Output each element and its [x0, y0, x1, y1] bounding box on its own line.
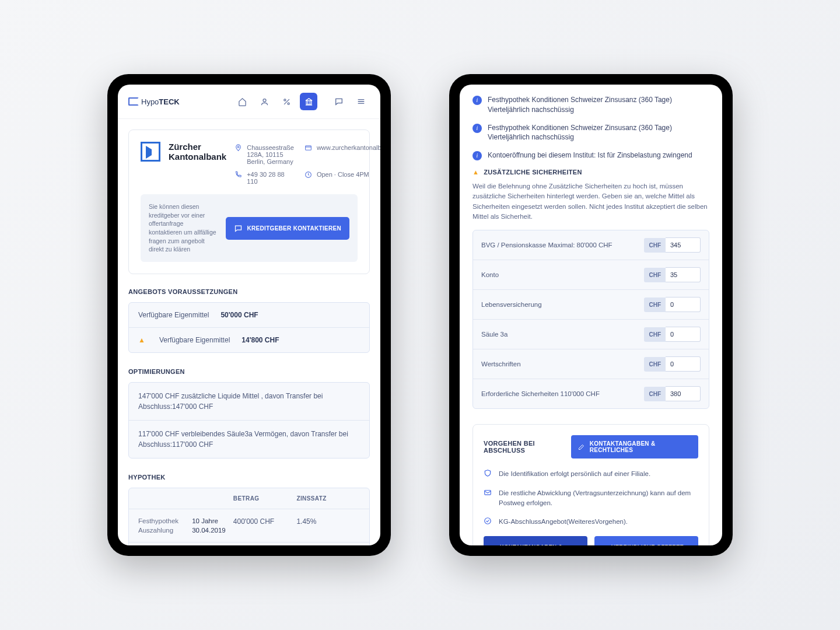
contact-strip: Sie können diesen kreditgeber vor einer … — [141, 194, 358, 262]
info-item: i Kontoeröffnung bei diesem Institut: Is… — [473, 150, 709, 160]
screen-right: i Festhypothek Konditionen Schweizer Zin… — [460, 85, 722, 545]
bank-card: Zürcher Kantonalbank Chausseestraße 128A… — [128, 130, 370, 274]
currency-badge: CHF — [644, 298, 666, 312]
app-header: HypoTECK — [118, 85, 380, 119]
security-input[interactable] — [666, 237, 701, 253]
hypothek-table: BETRAG ZINSSATZ Festhypothek10 Jahre Aus… — [128, 488, 370, 545]
svg-point-2 — [284, 99, 285, 100]
svg-point-15 — [485, 518, 491, 524]
currency-badge: CHF — [644, 387, 666, 401]
info-icon: i — [473, 151, 482, 160]
submit-offer-button[interactable]: VERBINDLICHE OFFERTE ANFORDERN — [594, 536, 698, 545]
right-content: i Festhypothek Konditionen Schweizer Zin… — [460, 85, 722, 545]
bank-meta: Chausseestraße 128A, 10115 Berlin, Germa… — [235, 144, 380, 185]
procedure-item: Die Identifikation erfolgt persönlich au… — [484, 469, 698, 479]
voraus-title: ANGEBOTS VORAUSSETZUNGEN — [128, 288, 370, 295]
app-logo: HypoTECK — [128, 97, 180, 106]
bank-logo-icon — [141, 142, 160, 162]
nav-bank[interactable] — [300, 93, 317, 110]
info-item: i Festhypothek Konditionen Schweizer Zin… — [473, 95, 709, 115]
svg-rect-12 — [306, 146, 312, 150]
opt-row: 147'000 CHF zusätzliche Liquide Mittel ,… — [129, 383, 369, 421]
securities-row: Konto CHF — [473, 260, 709, 290]
securities-row: Säule 3a CHF — [473, 320, 709, 349]
bank-phone[interactable]: +49 30 28 88 110 — [235, 171, 294, 185]
security-input[interactable] — [666, 297, 701, 312]
nav-chat[interactable] — [330, 93, 348, 110]
currency-badge: CHF — [644, 268, 666, 282]
warning-icon: ▲ — [473, 169, 479, 176]
svg-point-0 — [263, 99, 266, 102]
back-button[interactable]: KONTAKTANGABEN & RECHTLICHES — [484, 536, 587, 545]
nav-percent[interactable] — [278, 93, 295, 110]
bank-hours: Open · Close 4PM — [304, 171, 380, 185]
securities-title: ▲ ZUSÄTZLICHE SICHERHEITEN — [473, 169, 709, 176]
edit-contact-button[interactable]: KONTAKTANGABEN & RECHTLICHES — [571, 435, 698, 459]
screen-left: HypoTECK — [118, 85, 380, 545]
hypothek-head: BETRAG ZINSSATZ — [129, 488, 369, 509]
procedure-header: VORGEHEN BEI ABSCHLUSS KONTAKTANGABEN & … — [484, 435, 698, 459]
procedure-item: KG-AbschlussAngebot(WeiteresVorgehen). — [484, 517, 698, 527]
security-input[interactable] — [666, 356, 701, 372]
device-left: HypoTECK — [107, 74, 391, 556]
logo-text-1: Hypo — [141, 97, 159, 106]
nav-menu[interactable] — [352, 93, 370, 110]
pencil-icon — [578, 443, 585, 450]
opt-box: 147'000 CHF zusätzliche Liquide Mittel ,… — [128, 382, 370, 459]
securities-row: Lebensversicherung CHF — [473, 290, 709, 320]
bank-name: Zürcher Kantonalbank — [169, 142, 226, 162]
info-item: i Festhypothek Konditionen Schweizer Zin… — [473, 123, 709, 143]
security-input[interactable] — [666, 386, 701, 401]
opt-title: OPTIMIERUNGEN — [128, 368, 370, 375]
info-icon: i — [473, 96, 482, 105]
securities-para: Weil die Belehnung ohne Zusätzliche Sich… — [473, 181, 709, 222]
left-content: Zürcher Kantonalbank Chausseestraße 128A… — [118, 119, 380, 545]
nav-profile[interactable] — [256, 93, 273, 110]
security-input[interactable] — [666, 267, 701, 282]
nav-home[interactable] — [233, 93, 251, 110]
svg-line-1 — [284, 99, 289, 104]
nav-icons — [233, 93, 370, 110]
securities-row: BVG / Pensionskasse Maximal: 80'000 CHF … — [473, 230, 709, 260]
globe-icon — [304, 144, 312, 152]
security-input[interactable] — [666, 327, 701, 342]
info-icon: i — [473, 124, 482, 133]
logo-text-2: TECK — [159, 97, 179, 106]
svg-point-3 — [288, 103, 289, 104]
phone-icon — [235, 171, 242, 178]
warning-icon: ▲ — [138, 336, 145, 344]
voraus-box: Verfügbare Eigenmittel 50'000 CHF ▲ Verf… — [128, 302, 370, 353]
securities-row: Wertschriften CHF — [473, 349, 709, 379]
securities-table: BVG / Pensionskasse Maximal: 80'000 CHF … — [473, 230, 709, 409]
shield-icon — [484, 469, 493, 479]
svg-rect-4 — [306, 100, 312, 104]
check-circle-icon — [484, 517, 493, 527]
logo-icon — [128, 97, 139, 106]
contact-lender-button[interactable]: KREDITGEBER KONTAKTIEREN — [226, 217, 349, 240]
hypothek-row: Festhypothek5 Jahre Auszahlung30.04.2020… — [129, 542, 369, 545]
currency-badge: CHF — [644, 357, 666, 372]
voraus-row: ▲ Verfügbare Eigenmittel 14'800 CHF — [129, 328, 369, 352]
pin-icon — [235, 144, 242, 152]
chat-icon — [234, 224, 243, 233]
contact-strip-text: Sie können diesen kreditgeber vor einer … — [149, 202, 218, 254]
currency-badge: CHF — [644, 327, 666, 342]
device-right: i Festhypothek Konditionen Schweizer Zin… — [449, 74, 733, 556]
procedure-card: VORGEHEN BEI ABSCHLUSS KONTAKTANGABEN & … — [473, 424, 709, 545]
voraus-row: Verfügbare Eigenmittel 50'000 CHF — [129, 303, 369, 328]
currency-badge: CHF — [644, 238, 666, 253]
procedure-footer: KONTAKTANGABEN & RECHTLICHES VERBINDLICH… — [484, 536, 698, 545]
svg-point-11 — [237, 146, 239, 148]
bank-website[interactable]: www.zurcherkantonalbank.de — [304, 144, 380, 165]
clock-icon — [304, 171, 312, 178]
hypothek-row: Festhypothek10 Jahre Auszahlung30.04.201… — [129, 509, 369, 542]
procedure-title: VORGEHEN BEI ABSCHLUSS — [484, 440, 571, 454]
bank-address: Chausseestraße 128A, 10115 Berlin, Germa… — [235, 144, 294, 165]
hypothek-title: HYPOTHEK — [128, 474, 370, 481]
securities-row-total: Erforderliche Sicherheiten 110'000 CHF C… — [473, 379, 709, 408]
mail-icon — [484, 488, 493, 508]
svg-rect-14 — [485, 490, 491, 495]
opt-row: 117'000 CHF verbleibendes Säule3a Vermög… — [129, 421, 369, 458]
procedure-item: Die restliche Abwicklung (Vertragsunterz… — [484, 488, 698, 508]
